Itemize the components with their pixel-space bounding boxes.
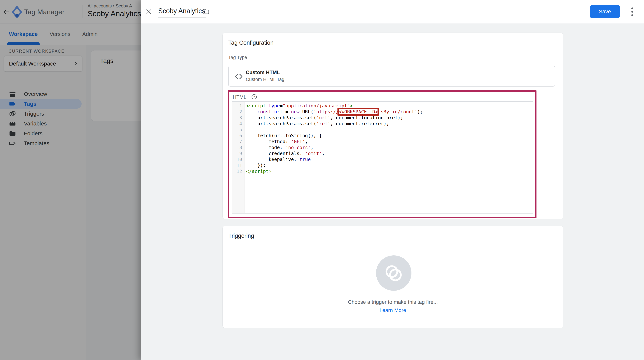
learn-more-link[interactable]: Learn More [223, 307, 563, 313]
help-icon[interactable]: ? [252, 94, 257, 100]
line-number: 7 [232, 139, 242, 145]
code-line [246, 127, 533, 133]
html-field-label: HTML [233, 94, 246, 100]
code-line: url.searchParams.set('url', document.loc… [246, 115, 533, 121]
line-number: 9 [232, 151, 242, 157]
code-line: }); [246, 163, 533, 169]
tag-type-name: Custom HTML [246, 70, 280, 75]
svg-text:?: ? [253, 95, 255, 99]
code-line: </script> [246, 169, 533, 175]
code-line: method: 'GET', [246, 139, 533, 145]
line-number: 6 [232, 133, 242, 139]
line-number: 2 [232, 109, 242, 115]
line-number: 12 [232, 169, 242, 175]
code-line: mode: 'no-cors', [246, 145, 533, 151]
code-line: url.searchParams.set('ref', document.ref… [246, 121, 533, 127]
line-number: 5 [232, 127, 242, 133]
tag-name-value: Scoby Analytics [158, 7, 205, 15]
triggering-card: Triggering Choose a trigger to make this… [222, 226, 563, 328]
trigger-placeholder-icon [376, 255, 412, 292]
code-brackets-icon [234, 72, 244, 82]
tag-configuration-card: Tag Configuration Tag Type Custom HTML C… [222, 32, 563, 219]
code-line: keepalive: true [246, 157, 533, 163]
tag-configuration-title: Tag Configuration [228, 39, 274, 46]
editor-code: <script type="application/javascript"> c… [244, 102, 533, 213]
line-number: 3 [232, 115, 242, 121]
line-number: 8 [232, 145, 242, 151]
html-code-editor[interactable]: 123456789101112 <script type="applicatio… [232, 101, 533, 213]
html-field-header: HTML ? [233, 94, 257, 100]
tag-name-field[interactable]: Scoby Analytics [158, 7, 206, 17]
more-options-icon[interactable] [628, 7, 636, 16]
tag-type-label: Tag Type [228, 55, 247, 60]
tag-type-selector[interactable]: Custom HTML Custom HTML Tag [228, 66, 555, 87]
trigger-empty-text: Choose a trigger to make this tag fire..… [223, 299, 563, 305]
editor-line-numbers: 123456789101112 [232, 102, 244, 213]
triggering-empty-state[interactable]: Choose a trigger to make this tag fire..… [223, 226, 563, 328]
save-button[interactable]: Save [590, 5, 620, 18]
tag-edit-panel: Scoby Analytics Save Tag Configuration T… [141, 0, 644, 360]
line-number: 4 [232, 121, 242, 127]
tag-type-desc: Custom HTML Tag [246, 77, 284, 82]
workspace-id-highlight: <WORKSPACE_ID> [339, 109, 378, 115]
code-line: <script type="application/javascript"> [246, 103, 533, 109]
line-number: 1 [232, 103, 242, 109]
panel-header: Scoby Analytics Save [141, 0, 644, 23]
code-line: const url = new URL('https://<WORKSPACE_… [246, 109, 533, 115]
line-number: 10 [232, 157, 242, 163]
close-icon[interactable] [146, 8, 152, 15]
code-line: fetch(url.toString(), { [246, 133, 533, 139]
html-section-highlight: HTML ? 123456789101112 <script type="app… [228, 90, 536, 218]
folder-icon[interactable] [202, 8, 209, 14]
code-line: credentials: 'omit', [246, 151, 533, 157]
line-number: 11 [232, 163, 242, 169]
